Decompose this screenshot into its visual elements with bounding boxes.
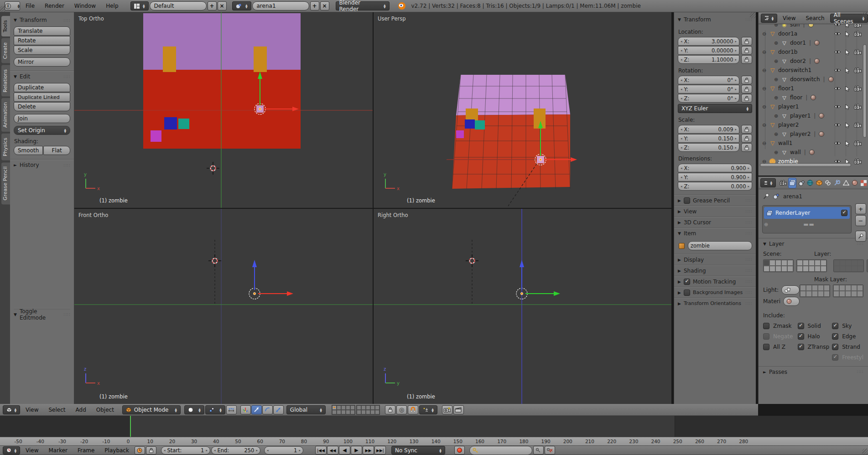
top-ortho-scene[interactable]: y x	[74, 12, 373, 208]
visibility-eye-icon[interactable]	[834, 24, 841, 27]
selectable-cursor-icon[interactable]	[845, 24, 850, 28]
timeline-menu-view[interactable]: View	[21, 447, 43, 454]
vertical-scrollbar[interactable]	[863, 44, 867, 138]
pivot-align-toggle[interactable]	[226, 405, 237, 414]
opengl-render-button[interactable]	[442, 405, 452, 414]
timeline-menu-marker[interactable]: Marker	[44, 447, 72, 454]
tab-render[interactable]	[779, 178, 788, 188]
current-frame-field[interactable]: ◂1▸	[264, 446, 303, 455]
view3d-menu-select[interactable]: Select	[44, 407, 70, 413]
tab-constraints[interactable]	[824, 178, 832, 188]
previous-keyframe-button[interactable]: ◀◀	[327, 446, 338, 455]
menu-file[interactable]: File	[21, 3, 39, 9]
outliner-row[interactable]: door2 |	[759, 57, 868, 66]
horizontal-scrollbar[interactable]	[760, 163, 851, 167]
duplicate-linked-button[interactable]: Duplicate Linked	[14, 93, 70, 102]
outliner-row[interactable]: wall |	[759, 148, 868, 157]
expand-toggle[interactable]	[774, 131, 781, 137]
tab-animation[interactable]: Animation	[1, 98, 10, 132]
object-name[interactable]: door2	[790, 58, 806, 64]
lock-time-toggle[interactable]	[146, 446, 156, 455]
play-reverse-button[interactable]: ◀	[339, 446, 350, 455]
outliner-row[interactable]: door1b |	[759, 47, 868, 57]
panel-header-layer[interactable]: ▼ Layer ∷∷	[759, 238, 868, 249]
tab-object-data[interactable]	[842, 178, 850, 188]
renderable-camera-icon[interactable]	[854, 140, 862, 146]
scene-name-field[interactable]: arena1	[252, 1, 309, 10]
rotation-z-field[interactable]: ◂Z:0°▸	[678, 94, 739, 103]
mirror-button[interactable]: Mirror	[14, 57, 70, 67]
screen-layout-name[interactable]: Default	[150, 1, 207, 10]
expand-toggle[interactable]	[762, 31, 769, 37]
selectable-cursor-icon[interactable]	[845, 49, 850, 55]
include-checkbox[interactable]: Edge	[832, 331, 863, 341]
tab-render-layers[interactable]	[788, 178, 797, 188]
view3d-menu-object[interactable]: Object	[92, 407, 119, 413]
visibility-eye-icon[interactable]	[834, 68, 841, 72]
lock-icon[interactable]	[741, 94, 752, 103]
close-layout-button[interactable]: ×	[218, 1, 227, 10]
tab-physics[interactable]: Physics	[1, 134, 10, 160]
list-drag-handle[interactable]: ▬▬	[803, 221, 815, 228]
remove-render-layer-button[interactable]: −	[855, 215, 866, 226]
outliner-row[interactable]: door1 |	[759, 38, 868, 47]
rotation-x-field[interactable]: ◂X:0°▸	[678, 76, 739, 84]
manipulator-toggle[interactable]	[240, 405, 251, 414]
location-x-field[interactable]: ◂X:3.00000▸	[678, 37, 739, 46]
viewport-shading-select[interactable]: ▲▼	[184, 405, 204, 414]
expand-toggle[interactable]	[762, 49, 769, 55]
outliner-row[interactable]: floor1 |	[759, 84, 868, 93]
viewport-user-persp[interactable]: y x User Persp (1) zombie	[374, 12, 671, 208]
expand-toggle[interactable]	[774, 58, 781, 64]
include-checkbox[interactable]: Freestyl	[832, 352, 863, 362]
selectable-cursor-icon[interactable]	[845, 86, 850, 92]
panel-header-edit[interactable]: ▼ Edit ∷∷	[14, 71, 70, 82]
rotate-manipulator-toggle[interactable]	[262, 405, 273, 414]
renderable-camera-icon[interactable]	[854, 67, 862, 73]
dimensions-y-field[interactable]: ◂Y:0.900▸	[678, 173, 752, 181]
tab-tools[interactable]: Tools	[1, 16, 10, 36]
frame-end-field[interactable]: ◂End:250▸	[211, 446, 260, 455]
snap-element-select[interactable]: ▲▼	[419, 405, 437, 414]
visibility-eye-icon[interactable]	[834, 141, 841, 145]
object-name[interactable]: doorswitch	[790, 76, 820, 83]
right-ortho-scene[interactable]: z y	[374, 209, 671, 404]
motion-tracking-checkbox[interactable]	[684, 279, 690, 285]
timeline-ruler[interactable]: -50-40-30-20-100102030405060708090100110…	[0, 437, 868, 445]
user-persp-scene[interactable]: y x	[374, 12, 671, 208]
object-name[interactable]: player2	[778, 122, 799, 128]
object-name[interactable]: door1a	[778, 31, 797, 37]
object-name[interactable]: door1b	[778, 49, 798, 55]
delete-button[interactable]: Delete	[14, 102, 70, 111]
translate-manipulator-toggle[interactable]	[251, 405, 262, 414]
menu-window[interactable]: Window	[70, 3, 100, 9]
expand-toggle[interactable]	[762, 122, 769, 128]
light-override-field[interactable]	[781, 285, 800, 295]
lock-icon[interactable]	[741, 85, 752, 93]
menu-render[interactable]: Render	[40, 3, 69, 9]
expand-toggle[interactable]	[774, 150, 781, 155]
scale-y-field[interactable]: ◂Y:0.150▸	[678, 134, 739, 143]
set-origin-dropdown[interactable]: Set Origin ▲▼	[14, 126, 70, 135]
lock-icon[interactable]	[741, 46, 752, 55]
outliner-row[interactable]: door1a |	[759, 29, 868, 38]
timeline-band[interactable]	[0, 416, 868, 437]
outliner-row[interactable]: player1 |	[759, 111, 868, 120]
visibility-eye-icon[interactable]	[834, 123, 841, 127]
section-3d-cursor[interactable]: ▶3D Cursor∷∷	[674, 217, 756, 228]
include-checkbox[interactable]: ZTransp	[798, 341, 832, 352]
selectable-cursor-icon[interactable]	[845, 104, 850, 110]
add-scene-button[interactable]: +	[310, 1, 319, 10]
dimensions-z-field[interactable]: ◂Z:0.000▸	[678, 182, 752, 191]
outliner-menu-view[interactable]: View	[778, 15, 800, 21]
item-name-field[interactable]: zombie	[688, 241, 752, 250]
front-ortho-scene[interactable]: z x	[74, 209, 373, 404]
tab-object[interactable]	[815, 178, 824, 188]
outliner-row[interactable]: floor |	[759, 93, 868, 102]
panel-drag-dots[interactable]: ∷∷	[63, 74, 70, 79]
jump-to-start-button[interactable]: |◀◀	[315, 446, 327, 455]
tab-material[interactable]	[851, 178, 859, 188]
expand-toggle[interactable]	[762, 104, 769, 110]
corner-grip[interactable]	[750, 12, 756, 18]
object-name[interactable]: floor1	[778, 85, 794, 92]
